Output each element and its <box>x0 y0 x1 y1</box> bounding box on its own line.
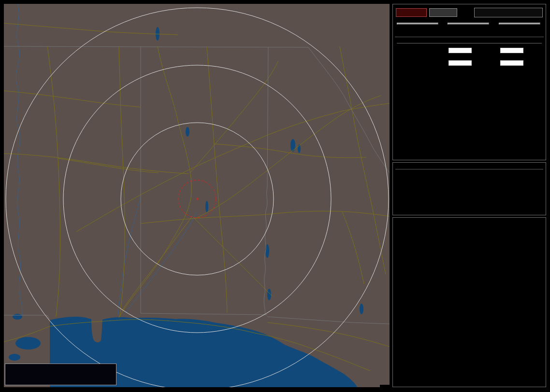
close-per-min-label <box>448 23 489 25</box>
map-svg <box>4 4 390 387</box>
ic-pos-bar <box>449 60 472 66</box>
settings-panel <box>392 162 546 215</box>
map-legend <box>5 364 116 385</box>
cg-neg-bar <box>500 48 523 53</box>
copyright <box>380 385 390 387</box>
cg-pos-bar <box>449 48 472 53</box>
sidebar <box>392 0 546 392</box>
trend-graph <box>396 237 547 350</box>
distribution-title <box>397 42 542 43</box>
datetime <box>393 163 546 169</box>
noise-mode-button[interactable] <box>429 8 457 17</box>
strike-mode-button[interactable] <box>396 8 427 17</box>
trend-panel <box>392 217 546 387</box>
divider <box>395 37 544 37</box>
lightning-map[interactable] <box>4 4 390 387</box>
app-window: { "colors": { "land": "#5b504b", "water"… <box>0 0 550 392</box>
noises-per-min-label <box>499 23 540 25</box>
bearing-display <box>474 8 543 17</box>
ic-neg-bar <box>500 60 523 66</box>
strikes-per-min-label <box>397 23 438 25</box>
stats-panel <box>392 4 546 160</box>
